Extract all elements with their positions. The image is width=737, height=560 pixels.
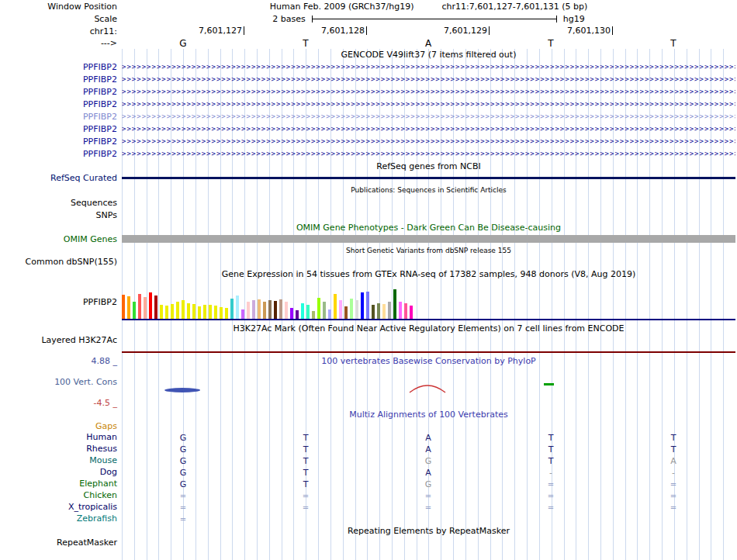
h3k27ac-signal-baseline[interactable] (122, 351, 735, 353)
gtex-bar[interactable] (377, 303, 380, 319)
gtex-bar[interactable] (344, 306, 348, 319)
gtex-bar[interactable] (198, 306, 201, 319)
gencode-gene-label[interactable]: PPFIBP2 (83, 99, 117, 109)
gaps-label[interactable]: Gaps (95, 421, 117, 431)
gtex-bar[interactable] (279, 299, 282, 319)
gtex-bar[interactable] (138, 294, 141, 319)
omim-gene-item[interactable] (122, 235, 735, 243)
gtex-bar[interactable] (133, 302, 136, 319)
gencode-gene-label[interactable]: PPFIBP2 (83, 112, 117, 122)
refseq-curated-label[interactable]: RefSeq Curated (50, 173, 117, 183)
gtex-bar[interactable] (192, 304, 195, 319)
transcript-arrow-line[interactable]: >>>>>>>>>>>>>>>>>>>>>>>>>>>>>>>>>>>>>>>>… (122, 85, 735, 98)
gencode-gene-label[interactable]: PPFIBP2 (83, 62, 117, 72)
gtex-bar[interactable] (230, 299, 234, 319)
refseq-curated-item[interactable] (122, 177, 735, 179)
gtex-bar[interactable] (149, 292, 152, 319)
gtex-bar[interactable] (317, 298, 320, 319)
transcript-arrow-line[interactable]: >>>>>>>>>>>>>>>>>>>>>>>>>>>>>>>>>>>>>>>>… (122, 98, 735, 110)
dbsnp-label[interactable]: Common dbSNP(155) (26, 257, 117, 267)
gtex-bar[interactable] (182, 300, 185, 319)
gtex-bar[interactable] (187, 303, 190, 319)
species-label[interactable]: Chicken (84, 490, 117, 500)
transcript-arrow-line[interactable]: >>>>>>>>>>>>>>>>>>>>>>>>>>>>>>>>>>>>>>>>… (122, 123, 735, 135)
gtex-bar[interactable] (258, 299, 261, 319)
species-alignment-row: DogGTA-- (0, 466, 737, 478)
conservation-mark-small[interactable] (544, 383, 554, 385)
species-label[interactable]: Dog (100, 467, 117, 477)
gtex-bar[interactable] (122, 295, 125, 319)
sequences-label[interactable]: Sequences (71, 198, 117, 208)
gtex-bar[interactable] (214, 306, 217, 319)
gencode-gene-label[interactable]: PPFIBP2 (83, 87, 117, 97)
omim-genes-label[interactable]: OMIM Genes (64, 234, 117, 244)
gtex-bar[interactable] (274, 301, 277, 319)
gtex-bar[interactable] (220, 307, 223, 319)
gtex-bar[interactable] (268, 300, 272, 319)
conservation-mark-positive[interactable] (164, 388, 200, 392)
gtex-bar[interactable] (366, 292, 369, 319)
gtex-bar[interactable] (350, 299, 353, 319)
transcript-arrow-line[interactable]: >>>>>>>>>>>>>>>>>>>>>>>>>>>>>>>>>>>>>>>>… (122, 147, 735, 160)
gtex-bar[interactable] (372, 305, 375, 319)
gtex-bar[interactable] (252, 300, 255, 319)
gtex-bar[interactable] (306, 305, 310, 319)
gtex-bar[interactable] (127, 296, 130, 319)
gtex-bar[interactable] (263, 302, 266, 319)
gtex-bar[interactable] (160, 305, 163, 319)
alignment-base: = (543, 503, 559, 511)
gtex-bar[interactable] (355, 300, 358, 319)
transcript-arrow-line[interactable]: >>>>>>>>>>>>>>>>>>>>>>>>>>>>>>>>>>>>>>>>… (122, 110, 735, 123)
gtex-bar[interactable] (203, 305, 206, 319)
repeatmasker-label[interactable]: RepeatMasker (57, 538, 117, 548)
gtex-bar[interactable] (393, 289, 396, 319)
species-label[interactable]: Rhesus (86, 444, 117, 454)
gtex-bar[interactable] (301, 303, 304, 319)
gtex-bar[interactable] (285, 302, 288, 319)
gtex-bar[interactable] (404, 303, 407, 319)
h3k27ac-label[interactable]: Layered H3K27Ac (41, 335, 117, 345)
gtex-bar[interactable] (312, 311, 315, 319)
gtex-bar[interactable] (382, 304, 386, 319)
gencode-gene-label[interactable]: PPFIBP2 (83, 124, 117, 134)
gencode-transcript-row: PPFIBP2>>>>>>>>>>>>>>>>>>>>>>>>>>>>>>>>>… (0, 73, 737, 85)
gencode-gene-label[interactable]: PPFIBP2 (83, 74, 117, 85)
transcript-arrow-line[interactable]: >>>>>>>>>>>>>>>>>>>>>>>>>>>>>>>>>>>>>>>>… (122, 60, 735, 73)
species-label[interactable]: Elephant (79, 479, 117, 489)
gtex-bar[interactable] (388, 302, 391, 319)
snps-label[interactable]: SNPs (96, 210, 117, 220)
gtex-bar[interactable] (339, 300, 342, 319)
transcript-arrow-line[interactable]: >>>>>>>>>>>>>>>>>>>>>>>>>>>>>>>>>>>>>>>>… (122, 135, 735, 147)
species-label[interactable]: Zebrafish (77, 513, 117, 524)
gtex-bar[interactable] (236, 296, 239, 319)
species-label[interactable]: Human (86, 432, 117, 442)
gtex-gene-label[interactable]: PPFIBP2 (83, 297, 117, 307)
gtex-bar[interactable] (328, 309, 331, 319)
multiz-header-row: Multiz Alignments of 100 Vertebrates (0, 408, 737, 420)
alignment-base: T (543, 432, 559, 442)
alignment-base: G (175, 432, 191, 442)
gtex-bar[interactable] (410, 306, 413, 319)
gtex-bar[interactable] (399, 302, 402, 319)
gtex-bar[interactable] (323, 302, 326, 319)
gtex-bar[interactable] (334, 294, 337, 319)
gtex-bar[interactable] (144, 297, 147, 319)
gtex-bar[interactable] (154, 296, 157, 319)
species-label[interactable]: X_tropicalis (68, 502, 117, 512)
gtex-bar[interactable] (290, 308, 293, 319)
gtex-bar[interactable] (296, 310, 299, 319)
gencode-gene-label[interactable]: PPFIBP2 (83, 149, 117, 159)
gtex-bar[interactable] (361, 292, 364, 319)
gtex-bar[interactable] (209, 305, 212, 319)
transcript-arrow-line[interactable]: >>>>>>>>>>>>>>>>>>>>>>>>>>>>>>>>>>>>>>>>… (122, 73, 735, 85)
gtex-bar[interactable] (176, 302, 179, 319)
gtex-bar[interactable] (247, 302, 250, 319)
species-label[interactable]: Mouse (89, 455, 117, 465)
gtex-bar[interactable] (165, 306, 168, 319)
gtex-bar[interactable] (225, 308, 228, 319)
conservation-label[interactable]: 100 Vert. Cons (54, 377, 117, 387)
gencode-gene-label[interactable]: PPFIBP2 (83, 137, 117, 147)
gtex-bar[interactable] (241, 309, 244, 319)
gtex-bar[interactable] (171, 304, 174, 319)
conservation-mark-negative[interactable] (408, 383, 447, 394)
